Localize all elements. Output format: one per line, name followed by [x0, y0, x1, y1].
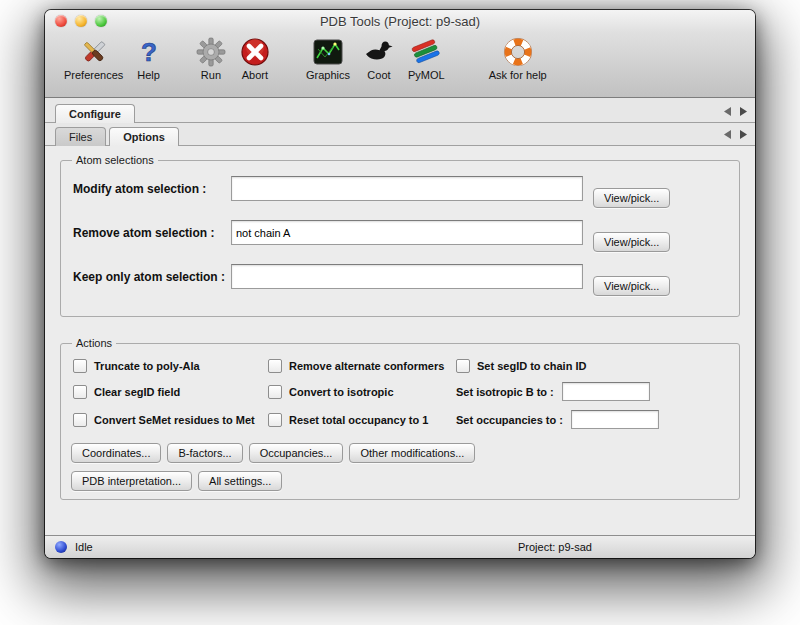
traffic-lights [55, 15, 107, 27]
actions-legend: Actions [72, 337, 116, 349]
titlebar[interactable]: PDB Tools (Project: p9-sad) [45, 10, 755, 32]
checkbox-label: Reset total occupancy to 1 [289, 414, 428, 426]
keep-only-atom-selection-input[interactable] [231, 264, 583, 289]
set-occupancies-field: Set occupancies to : [456, 410, 729, 429]
toolbar-label-graphics: Graphics [306, 69, 350, 81]
toolbar-label-help: Help [137, 69, 160, 81]
checkbox-icon [73, 385, 87, 399]
abort-icon [240, 35, 270, 69]
sub-tab-scroll-right-button[interactable] [740, 130, 747, 139]
ask-for-help-button[interactable]: Ask for help [482, 35, 554, 81]
field-row: Remove atom selection : View/pick... [73, 220, 729, 252]
checkbox-icon [268, 385, 282, 399]
status-indicator-icon [55, 541, 67, 553]
pdb-tools-window: PDB Tools (Project: p9-sad) Preferences [45, 10, 755, 558]
remove-alternate-conformers-checkbox[interactable]: Remove alternate conformers [268, 359, 456, 373]
zoom-button[interactable] [95, 15, 107, 27]
set-isotropic-b-label: Set isotropic B to : [456, 386, 554, 398]
modify-atom-selection-input[interactable] [231, 176, 583, 201]
main-tab-pager [724, 107, 747, 122]
checkbox-label: Convert to isotropic [289, 386, 394, 398]
options-panel: Atom selections Modify atom selection : … [45, 146, 755, 535]
main-tab-strip: Configure [45, 98, 755, 123]
sub-tab-strip: Files Options [45, 123, 755, 146]
tab-scroll-left-button[interactable] [724, 107, 731, 116]
checkbox-icon [73, 413, 87, 427]
checkbox-icon [456, 359, 470, 373]
all-settings-button[interactable]: All settings... [198, 471, 282, 491]
pdb-interpretation-button[interactable]: PDB interpretation... [71, 471, 192, 491]
field-row: Keep only atom selection : View/pick... [73, 264, 729, 296]
modify-view-pick-button[interactable]: View/pick... [593, 188, 670, 208]
actions-group: Actions Truncate to poly-Ala Remove alte… [60, 337, 740, 500]
checkbox-label: Truncate to poly-Ala [94, 360, 200, 372]
gear-icon [196, 35, 226, 69]
remove-view-pick-button[interactable]: View/pick... [593, 232, 670, 252]
remove-atom-selection-input[interactable] [231, 220, 583, 245]
tab-options[interactable]: Options [109, 127, 179, 146]
question-icon: ? [138, 35, 160, 69]
close-button[interactable] [55, 15, 67, 27]
truncate-poly-ala-checkbox[interactable]: Truncate to poly-Ala [73, 359, 268, 373]
clear-segid-field-checkbox[interactable]: Clear segID field [73, 385, 268, 399]
coordinates-button[interactable]: Coordinates... [71, 443, 161, 463]
statusbar: Idle Project: p9-sad [45, 535, 755, 558]
status-text: Idle [75, 541, 93, 553]
field-row: Modify atom selection : View/pick... [73, 176, 729, 208]
sub-tab-pager [724, 130, 747, 145]
checkbox-label: Set segID to chain ID [477, 360, 586, 372]
actions-buttons-row-2: PDB interpretation... All settings... [71, 471, 729, 491]
run-button[interactable]: Run [189, 35, 233, 81]
sub-tab-scroll-left-button[interactable] [724, 130, 731, 139]
minimize-button[interactable] [75, 15, 87, 27]
tab-files[interactable]: Files [55, 127, 106, 146]
preferences-button[interactable]: Preferences [57, 35, 130, 81]
toolbar-label-run: Run [201, 69, 221, 81]
toolbar-label-preferences: Preferences [64, 69, 123, 81]
checkbox-label: Remove alternate conformers [289, 360, 444, 372]
chevron-left-icon [724, 107, 731, 116]
graphics-button[interactable]: Graphics [299, 35, 357, 81]
help-button[interactable]: ? Help [130, 35, 167, 81]
set-isotropic-b-field: Set isotropic B to : [456, 382, 729, 401]
keep-view-pick-button[interactable]: View/pick... [593, 276, 670, 296]
pymol-ribbon-icon [411, 35, 441, 69]
checkbox-icon [268, 413, 282, 427]
graphics-icon [313, 35, 343, 69]
atom-selections-legend: Atom selections [72, 154, 158, 166]
atom-selections-group: Atom selections Modify atom selection : … [60, 154, 740, 317]
tools-icon [79, 35, 109, 69]
pymol-button[interactable]: PyMOL [401, 35, 452, 81]
reset-total-occupancy-checkbox[interactable]: Reset total occupancy to 1 [268, 413, 456, 427]
checkbox-label: Clear segID field [94, 386, 180, 398]
toolbar-label-ask-for-help: Ask for help [489, 69, 547, 81]
occupancies-button[interactable]: Occupancies... [249, 443, 344, 463]
toolbar-label-coot: Coot [367, 69, 390, 81]
set-occupancies-label: Set occupancies to : [456, 414, 563, 426]
toolbar: Preferences ? Help [45, 32, 755, 98]
abort-button[interactable]: Abort [233, 35, 277, 81]
checkbox-icon [268, 359, 282, 373]
keep-only-atom-selection-label: Keep only atom selection : [73, 264, 231, 284]
b-factors-button[interactable]: B-factors... [167, 443, 242, 463]
remove-atom-selection-label: Remove atom selection : [73, 220, 231, 240]
toolbar-label-abort: Abort [242, 69, 268, 81]
tab-scroll-right-button[interactable] [740, 107, 747, 116]
tab-configure[interactable]: Configure [55, 104, 135, 123]
convert-to-isotropic-checkbox[interactable]: Convert to isotropic [268, 385, 456, 399]
set-isotropic-b-input[interactable] [562, 382, 650, 401]
svg-text:?: ? [141, 37, 157, 67]
convert-semet-residues-checkbox[interactable]: Convert SeMet residues to Met [73, 413, 268, 427]
toolbar-label-pymol: PyMOL [408, 69, 445, 81]
set-occupancies-input[interactable] [571, 410, 659, 429]
coot-bird-icon [364, 35, 394, 69]
other-modifications-button[interactable]: Other modifications... [349, 443, 475, 463]
coot-button[interactable]: Coot [357, 35, 401, 81]
chevron-right-icon [740, 130, 747, 139]
chevron-left-icon [724, 130, 731, 139]
actions-grid: Truncate to poly-Ala Remove alternate co… [73, 359, 729, 429]
set-segid-to-chain-id-checkbox[interactable]: Set segID to chain ID [456, 359, 729, 373]
actions-buttons-row-1: Coordinates... B-factors... Occupancies.… [71, 443, 729, 463]
chevron-right-icon [740, 107, 747, 116]
checkbox-icon [73, 359, 87, 373]
